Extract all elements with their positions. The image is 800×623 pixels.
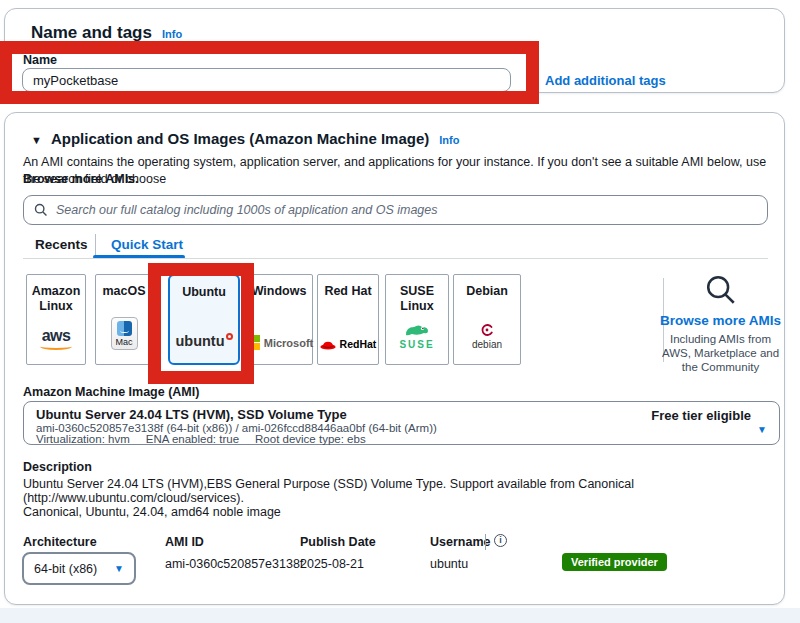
os-card-title: macOS [102,284,145,299]
ami-title: Ubuntu Server 24.04 LTS (HVM), SSD Volum… [36,407,347,422]
section-title-name-and-tags: Name and tags [31,23,152,43]
ami-select-dropdown[interactable]: Ubuntu Server 24.04 LTS (HVM), SSD Volum… [23,401,780,445]
os-card-title: SUSE Linux [386,284,448,314]
chevron-down-icon: ▼ [114,563,124,574]
os-card-windows[interactable]: Windows Microsoft [245,274,313,365]
red-hat-logo-icon: RedHat [320,338,377,350]
browse-search-icon[interactable] [704,273,738,307]
browse-more-block: Browse more AMIs Including AMIs from AWS… [653,273,788,374]
section-collapse-icon[interactable]: ▼ [31,134,42,146]
name-input[interactable] [22,68,511,92]
debian-logo-icon: debian [472,322,502,350]
page-background-strip [0,608,800,623]
browse-note-line: Including AMIs from [653,332,788,346]
architecture-value: 64-bit (x86) [34,562,97,576]
os-card-amazon-linux[interactable]: Amazon Linux aws [26,274,86,365]
microsoft-logo-icon: Microsoft [245,335,314,350]
verified-provider-badge: Verified provider [562,553,667,571]
chevron-down-icon[interactable]: ▼ [757,424,767,435]
architecture-label: Architecture [23,535,97,549]
publish-date-label: Publish Date [300,535,376,549]
tab-recents[interactable]: Recents [35,237,88,252]
free-tier-badge: Free tier eligible [651,408,751,423]
add-additional-tags-link[interactable]: Add additional tags [545,73,666,88]
ami-intro-text-bold: Browse more AMIs. [23,171,139,188]
os-card-debian[interactable]: Debian debian [453,274,521,365]
username-info-icon[interactable]: i [494,534,507,547]
publish-date-value: 2025-08-21 [300,557,364,571]
os-card-red-hat[interactable]: Red Hat RedHat [317,274,379,365]
ami-select-label: Amazon Machine Image (AMI) [23,385,199,399]
os-card-suse-linux[interactable]: SUSE Linux SUSE [385,274,449,365]
os-card-title: Windows [252,284,307,299]
username-info-divider [485,534,486,550]
tab-quick-start[interactable]: Quick Start [111,237,183,252]
os-card-ubuntu[interactable]: Ubuntu ubuntu [168,274,240,365]
os-card-title: Amazon Linux [27,284,85,314]
ami-meta: Virtualization: hvm ENA enabled: true Ro… [36,433,366,445]
os-card-title: Red Hat [324,284,371,299]
username-value: ubuntu [430,557,468,571]
description-image-line: Canonical, Ubuntu, 24.04, amd64 noble im… [23,505,281,519]
section-title-ami: Application and OS Images (Amazon Machin… [51,130,429,147]
ami-search-field[interactable] [23,195,768,225]
ami-id-label: AMI ID [165,535,204,549]
name-field-label: Name [23,53,57,67]
architecture-select[interactable]: 64-bit (x86) ▼ [22,552,136,585]
ubuntu-logo-icon: ubuntu [175,333,232,349]
name-and-tags-section: Name and tags Info Name Add additional t… [4,8,785,93]
info-link-name-and-tags[interactable]: Info [162,28,182,40]
username-label: Username [430,535,490,549]
description-text: Ubuntu Server 24.04 LTS (HVM),EBS Genera… [23,477,773,505]
suse-logo-icon: SUSE [399,323,434,350]
browse-note-line: AWS, Marketplace and [653,346,788,360]
tabs-baseline [23,258,768,259]
ami-section: ▼ Application and OS Images (Amazon Mach… [4,112,785,605]
os-card-macos[interactable]: macOS Mac [95,274,153,365]
mac-logo-icon: Mac [111,317,138,350]
aws-logo-icon: aws [40,327,72,350]
ami-id-value: ami-0360c520857e3138f [165,557,303,571]
tab-divider [95,234,96,256]
browse-more-amis-link[interactable]: Browse more AMIs [653,313,788,328]
ami-search-input[interactable] [56,203,757,217]
search-icon [34,203,48,217]
info-link-ami[interactable]: Info [439,134,459,146]
os-card-title: Debian [466,284,508,299]
browse-note-line: the Community [653,360,788,374]
os-card-title: Ubuntu [182,285,226,300]
description-label: Description [23,460,92,474]
